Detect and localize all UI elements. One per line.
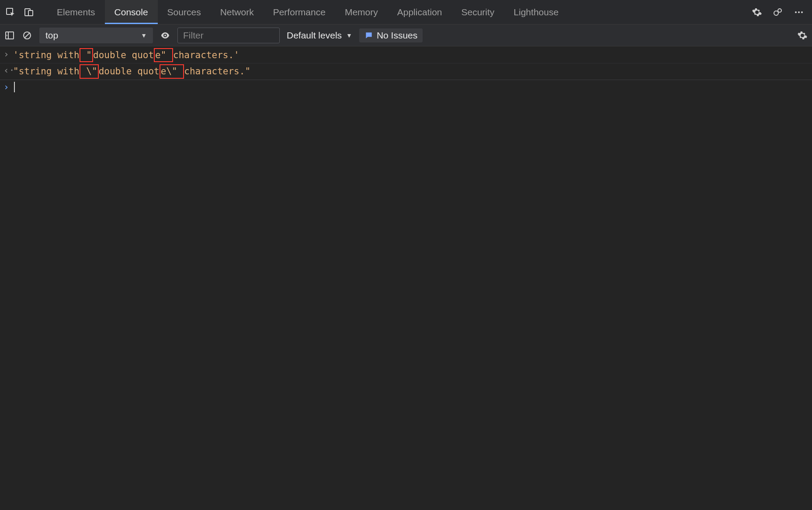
input-marker-icon: › <box>3 48 13 60</box>
svg-point-4 <box>778 9 781 12</box>
svg-point-7 <box>801 11 803 13</box>
svg-rect-2 <box>28 10 33 16</box>
activity-icon[interactable] <box>773 7 783 17</box>
device-toolbar-icon[interactable] <box>24 7 34 17</box>
tabbar-left-icons <box>3 7 39 17</box>
tab-label: Application <box>397 7 442 17</box>
prompt-marker-icon: › <box>3 81 13 93</box>
segment: double quot <box>99 66 160 77</box>
console-input-text: 'string with "double quote" characters.' <box>13 48 239 62</box>
console-input-row: › 'string with "double quote" characters… <box>0 47 812 63</box>
console-toolbar: top ▼ Default levels ▼ No Issues <box>0 24 812 46</box>
tab-label: Lighthouse <box>514 7 559 17</box>
highlight-box: \" <box>80 64 99 78</box>
highlight-box: e\" <box>160 64 184 78</box>
chevron-down-icon: ▼ <box>141 32 147 39</box>
more-icon[interactable] <box>794 7 804 17</box>
segment: characters." <box>184 66 250 77</box>
clear-console-icon[interactable] <box>22 30 32 41</box>
tab-lighthouse[interactable]: Lighthouse <box>504 0 568 24</box>
issues-label: No Issues <box>377 30 417 41</box>
console-output: › 'string with "double quote" characters… <box>0 46 812 94</box>
tab-performance[interactable]: Performance <box>264 0 335 24</box>
tab-label: Console <box>115 7 148 17</box>
live-expression-icon[interactable] <box>160 30 170 41</box>
tab-sources[interactable]: Sources <box>158 0 211 24</box>
tab-label: Memory <box>345 7 378 17</box>
tab-security[interactable]: Security <box>451 0 504 24</box>
tab-memory[interactable]: Memory <box>335 0 388 24</box>
speech-bubble-icon <box>364 31 373 40</box>
console-prompt-input[interactable] <box>13 81 15 93</box>
tabbar-right-icons <box>752 7 809 17</box>
console-result-row: ‹· "string with \"double quote\" charact… <box>0 63 812 80</box>
console-prompt-row[interactable]: › <box>0 80 812 94</box>
segment: double quot <box>93 50 154 60</box>
tab-console[interactable]: Console <box>105 0 158 24</box>
context-select-label: top <box>45 30 58 41</box>
tab-elements[interactable]: Elements <box>47 0 105 24</box>
svg-point-11 <box>164 35 166 36</box>
devtools-tabbar: Elements Console Sources Network Perform… <box>0 0 812 24</box>
text-cursor-icon <box>14 82 15 92</box>
issues-button[interactable]: No Issues <box>359 28 423 42</box>
levels-label: Default levels <box>287 30 342 41</box>
tab-label: Elements <box>57 7 95 17</box>
console-result-text: "string with \"double quote\" characters… <box>13 64 250 78</box>
inspect-element-icon[interactable] <box>5 7 16 17</box>
segment: characters.' <box>173 50 239 60</box>
devtools-tabs: Elements Console Sources Network Perform… <box>47 0 568 24</box>
console-settings-gear-icon[interactable] <box>797 30 808 41</box>
tab-label: Sources <box>167 7 201 17</box>
execution-context-select[interactable]: top ▼ <box>39 28 153 43</box>
tab-label: Performance <box>273 7 326 17</box>
tab-label: Network <box>220 7 254 17</box>
gear-icon[interactable] <box>752 7 762 17</box>
sidebar-toggle-icon[interactable] <box>4 30 15 41</box>
segment: "string with <box>13 66 80 77</box>
svg-line-10 <box>24 33 30 38</box>
tab-network[interactable]: Network <box>211 0 264 24</box>
highlight-box: e" <box>154 48 173 62</box>
tab-application[interactable]: Application <box>388 0 452 24</box>
segment: 'string with <box>13 50 80 60</box>
highlight-box: " <box>80 48 93 62</box>
log-levels-select[interactable]: Default levels ▼ <box>287 30 352 41</box>
tab-label: Security <box>461 7 494 17</box>
svg-point-3 <box>774 11 778 15</box>
result-marker-icon: ‹· <box>3 64 13 77</box>
chevron-down-icon: ▼ <box>346 32 352 39</box>
svg-point-5 <box>795 11 797 13</box>
svg-point-6 <box>798 11 800 13</box>
filter-input[interactable] <box>177 28 280 43</box>
